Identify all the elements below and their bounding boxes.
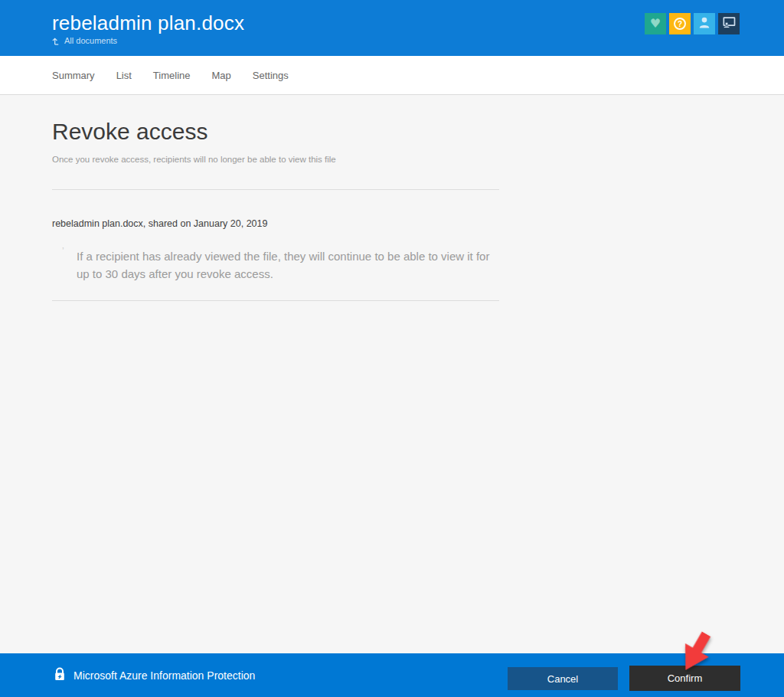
cancel-button[interactable]: Cancel (508, 667, 618, 690)
notice-block: ’ If a recipient has already viewed the … (52, 247, 495, 283)
nav-tab-bar: Summary List Timeline Map Settings (0, 56, 784, 95)
page-subtitle: Once you revoke access, recipients will … (52, 155, 784, 164)
tab-timeline[interactable]: Timeline (153, 70, 191, 81)
header-action-buttons: ♥ ? (645, 13, 740, 34)
breadcrumb-label: All documents (64, 36, 117, 45)
up-level-arrow-icon (52, 37, 60, 45)
divider-top (52, 189, 499, 190)
revoke-access-panel: Revoke access Once you revoke access, re… (0, 96, 784, 653)
faint-bullet-mark: ’ (62, 246, 64, 257)
favorite-button[interactable]: ♥ (645, 13, 666, 34)
page-title: Revoke access (52, 119, 784, 145)
help-button[interactable]: ? (669, 13, 691, 34)
breadcrumb-all-documents[interactable]: All documents (52, 36, 117, 45)
app-header: rebeladmin plan.docx All documents ♥ ? (0, 0, 784, 56)
confirm-button[interactable]: Confirm (629, 666, 740, 691)
profile-button[interactable] (694, 13, 715, 34)
document-title: rebeladmin plan.docx (52, 11, 244, 35)
file-share-info: rebeladmin plan.docx, shared on January … (52, 218, 784, 229)
tab-settings[interactable]: Settings (253, 70, 289, 81)
revoke-notice-text: If a recipient has already viewed the fi… (77, 247, 495, 283)
screen-share-icon (721, 15, 737, 33)
footer-brand: Microsoft Azure Information Protection (54, 653, 255, 697)
tab-map[interactable]: Map (212, 70, 231, 81)
tab-summary[interactable]: Summary (52, 70, 95, 81)
footer-brand-label: Microsoft Azure Information Protection (74, 669, 255, 682)
person-icon (697, 15, 712, 33)
present-button[interactable] (718, 13, 740, 34)
footer-bar: Microsoft Azure Information Protection C… (0, 653, 784, 697)
tab-list[interactable]: List (116, 70, 132, 81)
lock-icon (54, 667, 66, 683)
heart-icon: ♥ (650, 18, 661, 30)
divider-bottom (52, 300, 499, 301)
question-icon: ? (674, 18, 686, 30)
